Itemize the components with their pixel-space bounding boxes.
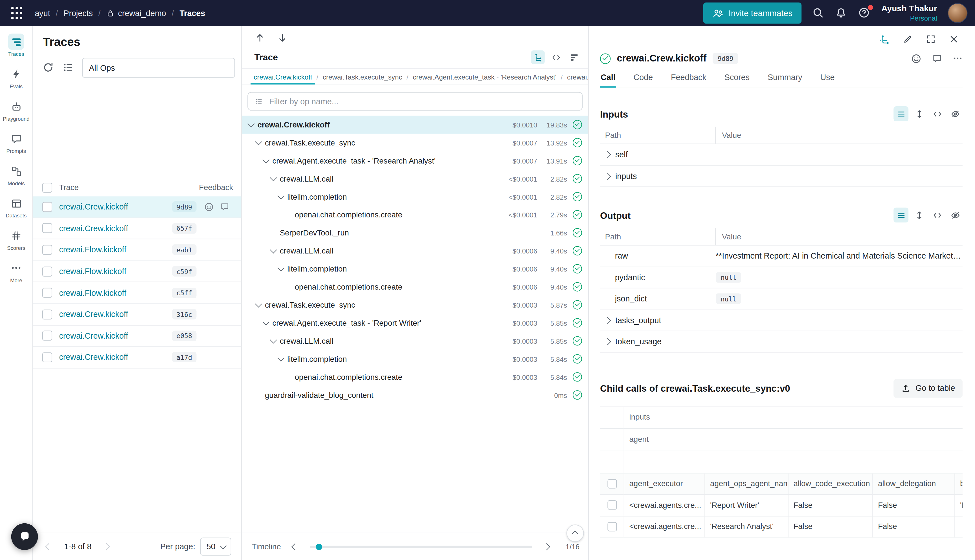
tab-use[interactable]: Use	[820, 70, 835, 88]
sidebar-item-datasets[interactable]: Datasets	[0, 193, 32, 221]
code-view-icon[interactable]	[930, 106, 945, 121]
search-icon[interactable]	[813, 7, 825, 19]
row-checkbox[interactable]	[42, 202, 52, 212]
tab-call[interactable]: Call	[600, 70, 616, 88]
close-icon[interactable]	[949, 34, 961, 47]
next-page-button[interactable]	[99, 539, 114, 554]
chevron-down-icon[interactable]	[263, 157, 269, 163]
notifications-bell-icon[interactable]	[835, 7, 848, 19]
stack-crumb[interactable]: crewai.Task.execute_sync	[320, 69, 406, 85]
row-checkbox[interactable]	[42, 267, 52, 276]
sidebar-item-playground[interactable]: Playground	[0, 96, 32, 124]
trace-link[interactable]: crewai.Flow.kickoff	[59, 267, 172, 276]
row-checkbox[interactable]	[42, 309, 52, 319]
timeline-next-button[interactable]	[539, 539, 554, 554]
toggle-tree-icon[interactable]	[880, 34, 892, 47]
refresh-icon[interactable]	[42, 62, 55, 74]
tree-row[interactable]: openai.chat.completions.create $0.0006 9…	[242, 278, 588, 296]
tree-row[interactable]: openai.chat.completions.create $0.0003 5…	[242, 368, 588, 386]
tree-row[interactable]: litellm.completion $0.0006 9.40s	[242, 260, 588, 278]
expand-fullscreen-icon[interactable]	[926, 34, 938, 47]
tab-scores[interactable]: Scores	[724, 70, 750, 88]
tree-row[interactable]: SerperDevTool._run 1.66s	[242, 223, 588, 242]
table-row[interactable]: crewai.Crew.kickoff a17d	[33, 347, 241, 368]
code-view-icon[interactable]	[930, 208, 945, 222]
timeline-slider-handle[interactable]	[316, 543, 322, 550]
prev-page-button[interactable]	[42, 539, 57, 554]
stack-crumb[interactable]: crewai.LLM.cal	[564, 69, 588, 85]
row-checkbox[interactable]	[607, 500, 616, 510]
sidebar-item-more[interactable]: More	[0, 257, 32, 286]
timeline-slider[interactable]	[309, 545, 533, 548]
chevron-down-icon[interactable]	[263, 318, 269, 325]
table-row[interactable]: json_dict null	[600, 288, 963, 310]
chevron-down-icon[interactable]	[248, 120, 254, 127]
table-row[interactable]: raw **Investment Report: AI in Chemical …	[600, 246, 963, 267]
trace-link[interactable]: crewai.Crew.kickoff	[59, 353, 172, 362]
reaction-icon[interactable]	[911, 53, 922, 63]
list-view-icon[interactable]	[893, 208, 908, 222]
breadcrumb-page[interactable]: Traces	[179, 8, 205, 18]
tree-row[interactable]: openai.chat.completions.create <$0.0001 …	[242, 206, 588, 224]
tree-row[interactable]: crewai.Task.execute_sync $0.0003 5.87s	[242, 296, 588, 314]
row-checkbox[interactable]	[42, 288, 52, 298]
stack-crumb[interactable]: crewai.Crew.kickoff	[250, 69, 315, 85]
go-to-table-button[interactable]: Go to table	[894, 379, 963, 397]
table-row[interactable]: crewai.Flow.kickoff eab1	[33, 239, 241, 261]
tree-row[interactable]: crewai.LLM.call <$0.0001 2.82s	[242, 170, 588, 188]
select-all-checkbox[interactable]	[607, 479, 616, 488]
tree-row[interactable]: crewai.LLM.call $0.0003 5.85s	[242, 332, 588, 350]
sidebar-item-models[interactable]: Models	[0, 160, 32, 189]
table-row[interactable]: tasks_output	[600, 310, 963, 331]
row-checkbox[interactable]	[42, 352, 52, 362]
unfold-rows-icon[interactable]	[912, 208, 927, 222]
tree-row[interactable]: crewai.Task.execute_sync $0.0007 13.92s	[242, 134, 588, 152]
breadcrumb-projects[interactable]: Projects	[63, 8, 93, 18]
chevron-down-icon[interactable]	[278, 265, 284, 271]
trace-link[interactable]: crewai.Crew.kickoff	[59, 331, 172, 340]
per-page-select[interactable]: 50	[200, 538, 231, 556]
table-row[interactable]: crewai.Crew.kickoff 657f	[33, 218, 241, 239]
row-checkbox[interactable]	[42, 223, 52, 233]
hide-values-eye-off-icon[interactable]	[948, 106, 963, 121]
comment-icon[interactable]	[220, 202, 229, 212]
breadcrumb-entity[interactable]: ayut	[35, 8, 50, 18]
table-row[interactable]: crewai.Crew.kickoff e058	[33, 325, 241, 347]
chevron-down-icon[interactable]	[270, 337, 277, 343]
chevron-down-icon[interactable]	[278, 193, 284, 199]
trace-link[interactable]: crewai.Crew.kickoff	[59, 223, 172, 233]
value-text[interactable]: **Investment Report: AI in Chemical and …	[716, 251, 963, 260]
chevron-down-icon[interactable]	[255, 301, 262, 307]
timeline-prev-button[interactable]	[288, 539, 303, 554]
chevron-down-icon[interactable]	[278, 355, 284, 361]
tree-row[interactable]: crewai.Crew.kickoff $0.0010 19.83s	[242, 116, 588, 134]
next-trace-arrow-icon[interactable]	[277, 33, 290, 45]
column-header[interactable]: b	[954, 473, 963, 495]
table-row[interactable]: inputs	[600, 165, 963, 187]
table-row[interactable]: crewai.Flow.kickoff c59f	[33, 261, 241, 282]
tree-row[interactable]: litellm.completion <$0.0001 2.82s	[242, 188, 588, 206]
code-view-icon[interactable]	[549, 50, 563, 64]
row-checkbox[interactable]	[42, 245, 52, 255]
invite-teammates-button[interactable]: Invite teammates	[703, 3, 802, 24]
hide-values-eye-off-icon[interactable]	[948, 208, 963, 222]
tree-row[interactable]: crewai.Agent.execute_task - 'Report Writ…	[242, 314, 588, 332]
table-row[interactable]: <crewai.agents.cre... 'Research Analyst'…	[600, 516, 963, 537]
chevron-right-icon[interactable]	[604, 173, 611, 179]
user-avatar[interactable]	[948, 3, 968, 23]
sidebar-item-prompts[interactable]: Prompts	[0, 128, 32, 157]
tree-row[interactable]: litellm.completion $0.0003 5.84s	[242, 350, 588, 368]
table-row[interactable]: pydantic null	[600, 267, 963, 288]
chevron-right-icon[interactable]	[604, 152, 611, 158]
row-checkbox[interactable]	[42, 331, 52, 341]
row-checkbox[interactable]	[607, 522, 616, 531]
reaction-icon[interactable]	[204, 202, 214, 212]
chevron-right-icon[interactable]	[604, 317, 611, 323]
tree-row[interactable]: guardrail-validate_blog_content 0ms	[242, 386, 588, 404]
tab-code[interactable]: Code	[633, 70, 653, 88]
table-row[interactable]: crewai.Crew.kickoff 9d89	[33, 196, 241, 218]
breadcrumb-project[interactable]: crewai_demo	[106, 8, 166, 18]
column-header[interactable]: agent_ops_agent_nan	[705, 473, 788, 495]
select-all-checkbox[interactable]	[42, 182, 52, 192]
sidebar-item-traces[interactable]: Traces	[0, 31, 32, 60]
